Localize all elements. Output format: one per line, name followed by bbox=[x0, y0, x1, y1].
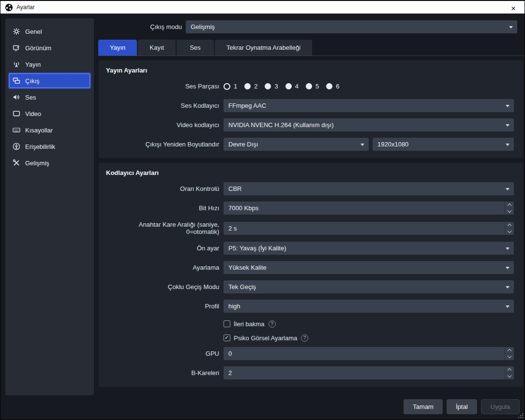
gpu-label: GPU bbox=[105, 350, 224, 357]
chevron-down-icon bbox=[501, 280, 514, 293]
tab-kayit[interactable]: Kayıt bbox=[138, 40, 176, 56]
sidebar-item-label: Gelişmiş bbox=[25, 159, 49, 167]
preset-dropdown[interactable]: P5: Yavaş (İyi Kalite) bbox=[224, 242, 514, 255]
display-edit-icon bbox=[13, 44, 20, 52]
speaker-icon bbox=[13, 93, 20, 101]
tuning-dropdown[interactable]: Yüksek Kalite bbox=[224, 261, 514, 274]
encoder-settings-panel: Kodlayıcı Ayarları Oran Kontrolü CBR Bit… bbox=[98, 162, 524, 387]
psycho-visual-label: Psiko Görsel Ayarlama bbox=[234, 334, 297, 342]
obs-logo-icon bbox=[5, 3, 13, 12]
spin-up-icon[interactable] bbox=[505, 366, 514, 373]
dialog-footer: Tamam İptal Uygula bbox=[404, 399, 520, 414]
title-bar: Ayarlar × bbox=[0, 0, 525, 14]
rate-control-label: Oran Kontrolü bbox=[105, 185, 224, 192]
sidebar-item-label: Kısayollar bbox=[25, 127, 53, 134]
panel-title: Kodlayıcı Ayarları bbox=[106, 169, 517, 176]
tab-tekrar-oynatma[interactable]: Tekrar Oynatma Arabelleği bbox=[215, 40, 312, 56]
sidebar-item-label: Çıkış bbox=[25, 77, 40, 85]
sidebar-item-ses[interactable]: Ses bbox=[8, 89, 91, 105]
radio-selected-icon bbox=[224, 83, 230, 90]
cancel-button[interactable]: İptal bbox=[447, 399, 477, 414]
profile-label: Profil bbox=[105, 303, 224, 310]
apply-button[interactable]: Uygula bbox=[481, 399, 520, 414]
lookahead-label: İleri bakma bbox=[234, 320, 265, 328]
bitrate-spinbox[interactable]: 7000 Kbps bbox=[224, 202, 514, 215]
sidebar-item-gorunum[interactable]: Görünüm bbox=[8, 40, 91, 56]
sidebar-item-label: Video bbox=[25, 110, 41, 117]
sidebar-item-label: Yayın bbox=[25, 61, 41, 68]
video-encoder-dropdown[interactable]: NVIDIA NVENC H.264 (Kullanım dışı) bbox=[224, 118, 514, 131]
tools-icon bbox=[13, 159, 20, 167]
chevron-down-icon bbox=[501, 118, 514, 131]
radio-track-1[interactable]: 1 bbox=[224, 83, 237, 90]
tab-ses[interactable]: Ses bbox=[177, 40, 214, 56]
spin-up-icon[interactable] bbox=[505, 202, 514, 208]
radio-track-2[interactable]: 2 bbox=[244, 83, 257, 90]
spin-up-icon[interactable] bbox=[505, 347, 514, 354]
multipass-dropdown[interactable]: Tek Geçiş bbox=[224, 280, 514, 293]
radio-track-6[interactable]: 6 bbox=[326, 83, 339, 90]
gpu-spinbox[interactable]: 0 bbox=[224, 347, 514, 360]
chevron-down-icon bbox=[501, 138, 514, 151]
chevron-down-icon bbox=[505, 20, 517, 33]
panel-title: Yayın Ayarları bbox=[106, 67, 517, 74]
spin-down-icon[interactable] bbox=[505, 229, 514, 235]
sidebar-item-genel[interactable]: Genel bbox=[8, 23, 91, 40]
chevron-down-icon bbox=[501, 182, 514, 195]
close-icon[interactable]: × bbox=[502, 2, 525, 14]
spin-down-icon[interactable] bbox=[505, 208, 514, 215]
rescale-label: Çıkışı Yeniden Boyutlandır bbox=[105, 141, 224, 148]
radio-icon bbox=[244, 83, 251, 89]
settings-main: Çıkış modu Gelişmiş Yayın Kayıt Ses Tekr… bbox=[98, 18, 524, 387]
keyframe-interval-spinbox[interactable]: 2 s bbox=[224, 222, 514, 235]
window-title: Ayarlar bbox=[16, 4, 35, 11]
keyframe-interval-label: Anahtar Kare Aralığı (saniye, 0=otomatik… bbox=[105, 221, 224, 235]
radio-track-4[interactable]: 4 bbox=[285, 83, 299, 90]
audio-track-radio-group: 1 2 3 4 5 6 bbox=[224, 83, 339, 90]
output-tabs: Yayın Kayıt Ses Tekrar Oynatma Arabelleğ… bbox=[98, 40, 524, 56]
sidebar-item-gelismis[interactable]: Gelişmiş bbox=[8, 155, 91, 171]
monitor-icon bbox=[13, 110, 20, 117]
radio-icon bbox=[306, 83, 312, 89]
spin-down-icon[interactable] bbox=[505, 373, 514, 379]
profile-dropdown[interactable]: high bbox=[224, 300, 514, 313]
help-icon: ? bbox=[301, 334, 308, 342]
bitrate-label: Bit Hızı bbox=[105, 204, 224, 212]
output-screens-icon bbox=[13, 77, 20, 85]
chevron-down-icon bbox=[501, 242, 514, 255]
preset-label: Ön ayar bbox=[105, 245, 224, 252]
spin-up-icon[interactable] bbox=[505, 222, 514, 229]
sidebar-item-label: Görünüm bbox=[25, 44, 51, 52]
tab-yayin[interactable]: Yayın bbox=[98, 40, 137, 56]
sidebar-item-video[interactable]: Video bbox=[8, 105, 91, 122]
rescale-resolution-combobox[interactable]: 1920x1080 bbox=[373, 138, 514, 151]
video-encoder-label: Video kodlayıcı bbox=[105, 121, 224, 129]
rescale-dropdown[interactable]: Devre Dışı bbox=[224, 138, 369, 151]
radio-track-3[interactable]: 3 bbox=[265, 83, 278, 90]
sidebar-item-label: Ses bbox=[25, 94, 36, 101]
spin-down-icon[interactable] bbox=[505, 354, 514, 360]
output-mode-dropdown[interactable]: Gelişmiş bbox=[186, 20, 517, 33]
sidebar-item-kisayollar[interactable]: Kısayollar bbox=[8, 122, 91, 138]
resize-grip[interactable] bbox=[518, 413, 523, 418]
sidebar-item-yayin[interactable]: Yayın bbox=[8, 56, 91, 72]
multipass-label: Çoklu Geçiş Modu bbox=[105, 283, 224, 290]
tuning-label: Ayarlama bbox=[105, 264, 224, 271]
audio-encoder-dropdown[interactable]: FFmpeg AAC bbox=[224, 99, 514, 112]
bframes-spinbox[interactable]: 2 bbox=[224, 366, 514, 379]
ok-button[interactable]: Tamam bbox=[404, 399, 443, 414]
radio-icon bbox=[265, 83, 271, 89]
broadcast-antenna-icon bbox=[13, 60, 20, 68]
sidebar-item-erisebilirlik[interactable]: Erişebilirlik bbox=[8, 138, 91, 155]
psycho-visual-checkbox[interactable] bbox=[224, 334, 230, 341]
radio-track-5[interactable]: 5 bbox=[306, 83, 319, 90]
audio-track-label: Ses Parçası bbox=[105, 83, 224, 90]
audio-encoder-label: Ses Kodlayıcı bbox=[105, 102, 224, 109]
rate-control-dropdown[interactable]: CBR bbox=[224, 182, 514, 195]
radio-icon bbox=[285, 83, 292, 89]
sidebar-item-label: Erişebilirlik bbox=[25, 143, 55, 150]
radio-icon bbox=[326, 83, 332, 89]
sidebar-item-cikis[interactable]: Çıkış bbox=[8, 72, 91, 89]
lookahead-checkbox[interactable] bbox=[224, 320, 230, 327]
output-mode-label: Çıkış modu bbox=[98, 23, 186, 30]
